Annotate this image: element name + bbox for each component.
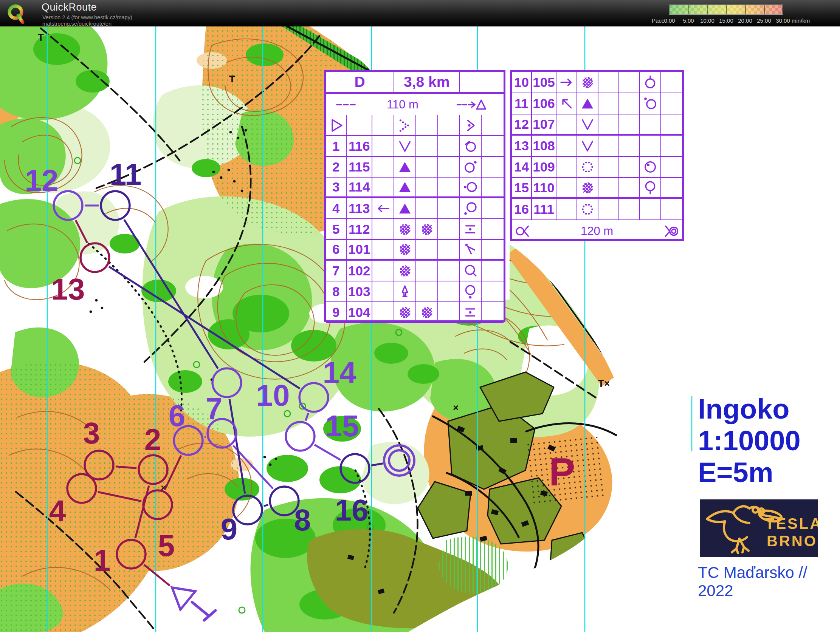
control-symbol-junction — [463, 242, 478, 257]
control-cell — [394, 178, 416, 198]
control-cell — [460, 178, 482, 198]
control-cell: 9 — [326, 302, 347, 323]
control-cell: 4 — [326, 198, 347, 219]
control-cell: 109 — [532, 157, 556, 178]
control-row: 9104 — [326, 302, 504, 323]
map-contour-interval: E=5m — [698, 459, 774, 487]
control-cell: 102 — [347, 261, 373, 281]
control-cell — [482, 178, 504, 198]
control-cell — [460, 198, 482, 219]
control-symbol-start — [328, 118, 344, 133]
control-cell — [482, 240, 504, 261]
control-symbol-between — [463, 305, 478, 320]
control-cell: 7 — [326, 261, 347, 281]
map-title: Ingoko — [698, 395, 790, 423]
course-leg — [205, 437, 206, 437]
control-cell — [482, 261, 504, 281]
control-row: 16111 — [512, 199, 682, 220]
control-cell — [482, 136, 504, 157]
control-cell — [438, 178, 460, 198]
control-cell — [416, 198, 438, 219]
control-cell: 12 — [512, 115, 532, 136]
control-cell — [482, 198, 504, 219]
pace-tick-label: 10:00 — [700, 17, 714, 24]
control-cell: 112 — [347, 219, 373, 240]
control-cell — [482, 219, 504, 240]
control-cell — [416, 178, 438, 198]
control-number-15: 15 — [325, 409, 359, 443]
control-symbol-dashtri — [443, 97, 500, 112]
control-cell — [661, 157, 682, 178]
svg-text:T: T — [38, 32, 44, 43]
control-cell — [394, 157, 416, 178]
control-cell — [373, 240, 394, 261]
control-cell — [460, 157, 482, 178]
control-cell — [482, 302, 504, 323]
control-number-4: 4 — [49, 494, 66, 528]
control-symbol-arrright — [559, 75, 574, 90]
control-number-10: 10 — [256, 378, 290, 412]
control-cell: 115 — [347, 157, 373, 178]
control-cell — [619, 136, 640, 157]
control-cell: 110 — [532, 178, 556, 199]
control-symbol-between — [463, 222, 478, 237]
control-symbol-cstembot — [643, 180, 658, 195]
map-scale: 1:10000 — [698, 427, 801, 455]
control-cell — [394, 302, 416, 323]
control-symbol-thicket — [580, 75, 595, 90]
control-cell — [598, 115, 619, 136]
control-cell — [598, 72, 619, 93]
pace-tick-label: 5:00 — [683, 17, 694, 24]
control-cell — [373, 136, 394, 157]
control-cell: 15 — [512, 178, 532, 199]
control-cell — [416, 115, 438, 136]
control-number-5: 5 — [158, 529, 175, 563]
control-cell — [619, 157, 640, 178]
control-cell — [640, 93, 661, 115]
control-cell — [640, 157, 661, 178]
control-symbol-thicket — [580, 180, 595, 195]
control-cell — [661, 136, 682, 157]
course-length: 3,8 km — [394, 72, 460, 94]
svg-text:T: T — [229, 73, 235, 85]
control-cell — [416, 302, 438, 323]
finish-distance: 120 m — [581, 224, 613, 238]
control-symbol-thicket — [419, 222, 434, 237]
control-cell — [640, 136, 661, 157]
control-cell — [556, 199, 577, 220]
control-cell — [373, 115, 394, 136]
control-number-14: 14 — [323, 356, 357, 389]
control-cell: 13 — [512, 136, 532, 157]
control-cell: 14 — [512, 157, 532, 178]
control-cell — [598, 136, 619, 157]
pace-gradient-bar — [669, 5, 783, 15]
control-cell — [460, 219, 482, 240]
control-descriptions-card-2: 10105111061210713108141091511016111120 m — [510, 70, 684, 241]
control-cell — [438, 115, 460, 136]
control-cell: 16 — [512, 199, 532, 220]
control-cell — [373, 157, 394, 178]
control-cell — [416, 219, 438, 240]
control-cell — [619, 115, 640, 136]
control-cell — [460, 261, 482, 281]
control-cell — [394, 115, 416, 136]
control-row: 10105 — [512, 72, 682, 93]
control-cell — [416, 157, 438, 178]
control-row: 6101 — [326, 240, 504, 261]
control-number-7: 7 — [206, 392, 223, 426]
control-row: 2115 — [326, 157, 504, 178]
control-cell — [373, 281, 394, 302]
control-row: 1116 — [326, 136, 504, 157]
url-line: matstroeng.se/quickroute/en — [42, 21, 112, 27]
control-cell — [577, 136, 598, 157]
control-cell — [438, 281, 460, 302]
control-cell — [556, 178, 577, 199]
pace-unit-label: min/km — [792, 17, 810, 24]
pace-tick-label: 0:00 — [664, 17, 675, 24]
control-row: 3114 — [326, 178, 504, 198]
control-cell: 1 — [326, 136, 347, 157]
control-symbol-reentrant — [397, 139, 412, 154]
control-symbol-thicket — [419, 305, 434, 320]
control-symbol-cdotb — [463, 284, 478, 299]
control-symbol-cdotintl — [643, 159, 658, 175]
